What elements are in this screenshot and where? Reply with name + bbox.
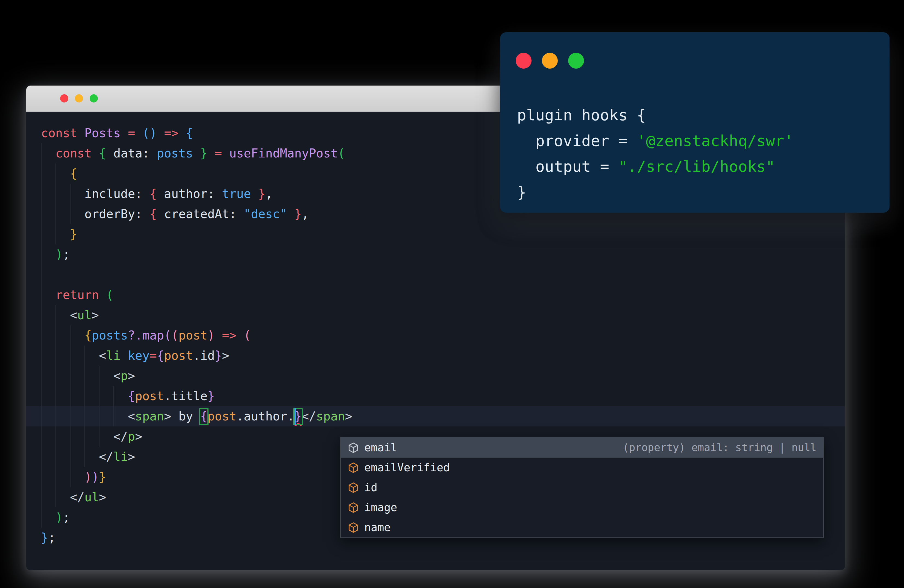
indent-guide [41, 224, 55, 244]
symbol-field-icon [347, 462, 359, 474]
code-token: p [128, 430, 135, 443]
code-token: } [70, 227, 77, 241]
code-token: data: [114, 146, 157, 160]
code-token: map [142, 328, 164, 342]
code-line: ); [26, 244, 845, 265]
code-token: > [222, 349, 229, 362]
plugin-config-window: plugin hooks { provider = '@zenstackhq/s… [500, 32, 890, 213]
indent-guide [41, 386, 55, 406]
code-token: , [266, 187, 273, 201]
code-token: ) [92, 470, 99, 484]
code-token: } [517, 183, 526, 201]
code-token: ) [207, 328, 215, 342]
code-token: </ [99, 450, 114, 464]
code-token: ) [84, 470, 92, 484]
minimize-button[interactable] [542, 53, 558, 69]
code-token: li [106, 349, 128, 362]
text-cursor [294, 408, 296, 425]
code-token: post [135, 389, 164, 403]
code-token: { [70, 166, 77, 180]
indent-guide [70, 204, 84, 224]
indent-guide [55, 184, 70, 204]
code-token: "./src/lib/hooks" [618, 158, 775, 175]
code-line: } [26, 224, 845, 244]
code-token: provider = [517, 132, 637, 150]
code-token: = [128, 126, 142, 140]
code-token [215, 328, 222, 342]
indent-guide [41, 305, 55, 325]
code-line: <ul> [26, 305, 845, 325]
code-token: => [222, 328, 243, 342]
indent-guide [41, 244, 55, 265]
indent-guide [55, 447, 70, 467]
code-token: > [164, 409, 179, 423]
code-token: return [55, 288, 106, 302]
indent-guide [55, 406, 70, 427]
code-line: <li key={post.id}> [26, 346, 845, 366]
indent-guide [70, 366, 84, 386]
code-line [26, 265, 845, 285]
indent-guide [55, 325, 70, 346]
code-token: posts [92, 328, 128, 342]
code-token: const [41, 126, 84, 140]
minimize-button[interactable] [75, 94, 83, 103]
indent-guide [41, 427, 55, 447]
autocomplete-item[interactable]: name [341, 517, 823, 537]
code-line: {posts?.map((post) => ( [26, 325, 845, 346]
indent-guide [41, 204, 55, 224]
code-token: plugin hooks { [517, 106, 646, 124]
code-token: orderBy: [84, 207, 150, 221]
symbol-field-icon [347, 502, 359, 514]
indent-guide [99, 366, 114, 386]
indent-guide [41, 507, 55, 528]
code-token: ul [84, 490, 99, 504]
code-token: } [258, 187, 266, 201]
code-token: } [200, 146, 215, 160]
autocomplete-item[interactable]: id [341, 477, 823, 498]
plugin-code-line: output = "./src/lib/hooks" [517, 153, 793, 179]
indent-guide [41, 143, 55, 163]
code-token: , [302, 207, 309, 221]
indent-guide [41, 184, 55, 204]
code-line: return ( [26, 285, 845, 305]
code-line: <span> by {post.author.}</span> [26, 406, 845, 427]
code-token: ( [164, 328, 171, 342]
code-token: Posts [84, 126, 128, 140]
desktop: const Posts = () => { const { data: post… [0, 0, 904, 588]
autocomplete-item[interactable]: email(property) email: string | null [341, 438, 823, 458]
autocomplete-label: image [364, 498, 397, 517]
indent-guide [55, 467, 70, 487]
code-token: author: [164, 187, 222, 201]
close-button[interactable] [60, 94, 68, 103]
code-line: <p> [26, 366, 845, 386]
code-token: ; [48, 531, 56, 545]
code-token: const [55, 146, 99, 160]
indent-guide [70, 386, 84, 406]
indent-guide [41, 325, 55, 346]
zoom-button[interactable] [568, 53, 584, 69]
indent-guide [84, 346, 99, 366]
indent-guide [70, 184, 84, 204]
zoom-button[interactable] [90, 94, 98, 103]
code-token: post [207, 409, 236, 423]
indent-guide [55, 204, 70, 224]
autocomplete-type-hint: (property) email: string | null [623, 438, 817, 458]
code-token: > [128, 450, 135, 464]
code-token: createdAt: [164, 207, 243, 221]
indent-guide [41, 265, 55, 285]
code-token: { [150, 207, 164, 221]
code-token: ) [55, 511, 63, 524]
code-token: { [150, 187, 164, 201]
code-token: li [114, 450, 128, 464]
code-token: true [222, 187, 258, 201]
plugin-code-content: plugin hooks { provider = '@zenstackhq/s… [517, 102, 793, 205]
indent-guide [70, 467, 84, 487]
indent-guide [41, 285, 55, 305]
code-token: .id [193, 349, 215, 362]
autocomplete-item[interactable]: image [341, 498, 823, 517]
indent-guide [55, 305, 70, 325]
indent-guide [84, 427, 99, 447]
indent-guide [55, 366, 70, 386]
autocomplete-item[interactable]: emailVerified [341, 458, 823, 477]
close-button[interactable] [516, 53, 531, 69]
